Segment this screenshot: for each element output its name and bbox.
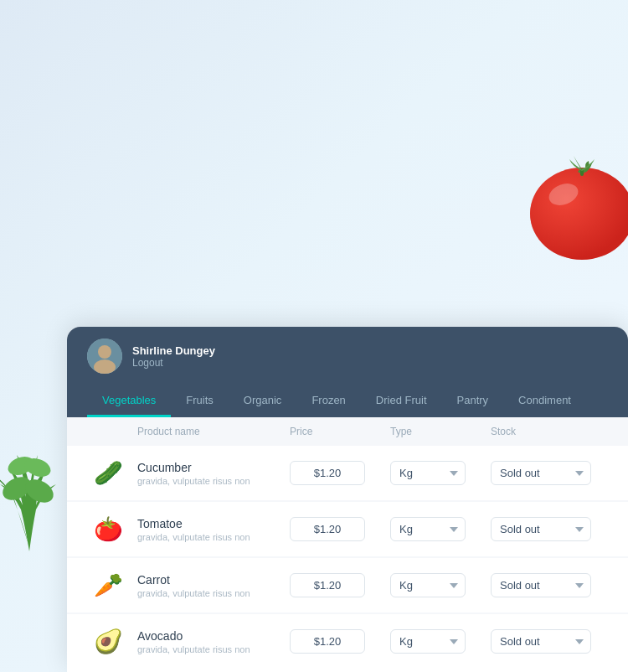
background-tomato: [523, 151, 628, 263]
type-select-carrot[interactable]: KgLbEach: [390, 573, 466, 597]
col-header-type: Type: [390, 426, 491, 437]
price-input-tomatoe[interactable]: [290, 517, 365, 541]
svg-point-9: [98, 345, 111, 359]
tomatoe-emoji: 🍅: [94, 515, 123, 543]
stock-select-tomatoe[interactable]: Sold outIn stockLow stock: [491, 517, 591, 541]
table-row: 🥑 Avocado gravida, vulputate risus non K…: [67, 614, 628, 669]
product-info-tomatoe: Tomatoe gravida, vulputate risus non: [137, 517, 290, 542]
price-cell-cucumber: [290, 461, 390, 485]
svg-point-4: [0, 473, 35, 505]
background-basil: [0, 401, 71, 563]
product-name-tomatoe: Tomatoe: [137, 517, 290, 530]
svg-point-2: [546, 180, 581, 209]
product-info-carrot: Carrot gravida, vulputate risus non: [137, 573, 290, 598]
product-desc-avocado: gravida, vulputate risus non: [137, 644, 290, 654]
price-cell-carrot: [290, 573, 390, 597]
product-image-avocado: 🥑: [87, 625, 129, 659]
type-cell-carrot: KgLbEach: [390, 573, 491, 597]
price-input-cucumber[interactable]: [290, 461, 365, 485]
card-header: Shirline Dungey Logout Vegetables Fruits…: [67, 327, 628, 417]
user-info: Shirline Dungey Logout: [87, 339, 608, 385]
col-header-image: [87, 426, 137, 437]
type-select-tomatoe[interactable]: KgLbEach: [390, 517, 466, 541]
product-info-cucumber: Cucumber gravida, vulputate risus non: [137, 461, 290, 486]
table-row: 🥕 Carrot gravida, vulputate risus non Kg…: [67, 558, 628, 613]
col-header-product-name: Product name: [137, 426, 290, 437]
logout-label[interactable]: Logout: [132, 357, 215, 369]
stock-select-cucumber[interactable]: Sold outIn stockLow stock: [491, 461, 591, 485]
svg-point-7: [23, 455, 54, 480]
tab-pantry[interactable]: Pantry: [442, 385, 504, 417]
price-input-carrot[interactable]: [290, 573, 365, 597]
svg-point-5: [21, 475, 57, 508]
tab-dried-fruit[interactable]: Dried Fruit: [361, 385, 442, 417]
nav-tabs: Vegetables Fruits Organic Frozen Dried F…: [87, 385, 608, 417]
user-text: Shirline Dungey Logout: [132, 344, 215, 369]
tab-condiment[interactable]: Condiment: [503, 385, 586, 417]
avocado-emoji: 🥑: [94, 628, 123, 655]
type-select-avocado[interactable]: KgLbEach: [390, 629, 466, 654]
col-header-price: Price: [290, 426, 390, 437]
price-cell-tomatoe: [290, 517, 390, 541]
main-card: Shirline Dungey Logout Vegetables Fruits…: [67, 327, 628, 672]
tab-frozen[interactable]: Frozen: [296, 385, 360, 417]
product-name-carrot: Carrot: [137, 573, 290, 587]
table-area: Product name Price Type Stock 🥒 Cucumber…: [67, 417, 628, 669]
product-desc-cucumber: gravida, vulputate risus non: [137, 476, 290, 486]
carrot-emoji: 🥕: [94, 571, 123, 599]
tab-fruits[interactable]: Fruits: [171, 385, 229, 417]
type-cell-tomatoe: KgLbEach: [390, 517, 491, 541]
table-row: 🍅 Tomatoe gravida, vulputate risus non K…: [67, 502, 628, 556]
svg-point-6: [6, 453, 37, 478]
price-input-avocado[interactable]: [290, 629, 365, 654]
cucumber-emoji: 🥒: [94, 459, 123, 487]
tab-vegetables[interactable]: Vegetables: [87, 385, 171, 417]
product-desc-carrot: gravida, vulputate risus non: [137, 588, 290, 598]
product-desc-tomatoe: gravida, vulputate risus non: [137, 532, 290, 542]
product-info-avocado: Avocado gravida, vulputate risus non: [137, 629, 290, 654]
type-cell-cucumber: KgLbEach: [390, 461, 491, 485]
type-select-cucumber[interactable]: KgLbEach: [390, 461, 466, 485]
col-header-stock: Stock: [491, 426, 608, 437]
user-name: Shirline Dungey: [132, 344, 215, 357]
svg-point-0: [530, 168, 628, 260]
product-image-cucumber: 🥒: [87, 457, 129, 490]
stock-select-carrot[interactable]: Sold outIn stockLow stock: [491, 573, 591, 597]
type-cell-avocado: KgLbEach: [390, 629, 491, 654]
tab-organic[interactable]: Organic: [229, 385, 297, 417]
svg-point-1: [530, 168, 628, 260]
product-name-cucumber: Cucumber: [137, 461, 290, 474]
stock-cell-cucumber: Sold outIn stockLow stock: [491, 461, 608, 485]
stock-cell-carrot: Sold outIn stockLow stock: [491, 573, 608, 597]
stock-cell-tomatoe: Sold outIn stockLow stock: [491, 517, 608, 541]
product-image-carrot: 🥕: [87, 569, 129, 602]
stock-select-avocado[interactable]: Sold outIn stockLow stock: [491, 629, 591, 654]
svg-rect-3: [580, 169, 584, 176]
stock-cell-avocado: Sold outIn stockLow stock: [491, 629, 608, 654]
product-image-tomatoe: 🍅: [87, 513, 129, 546]
price-cell-avocado: [290, 629, 390, 654]
product-name-avocado: Avocado: [137, 629, 290, 643]
table-row: 🥒 Cucumber gravida, vulputate risus non …: [67, 446, 628, 500]
avatar: [87, 339, 122, 374]
table-header: Product name Price Type Stock: [67, 417, 628, 446]
